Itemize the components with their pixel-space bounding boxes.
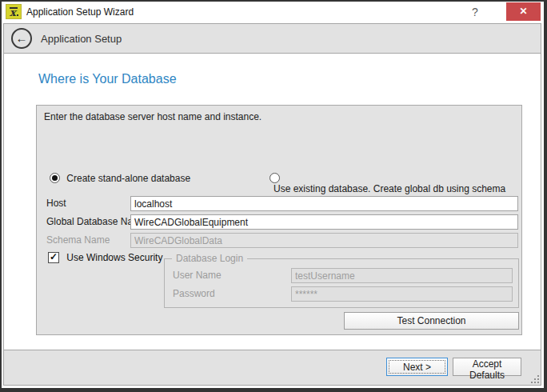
use-windows-security-checkbox[interactable]: ✓ xyxy=(48,252,59,263)
password-label: Password xyxy=(173,286,215,302)
next-button[interactable]: Next > xyxy=(386,358,448,376)
password-input xyxy=(291,286,513,302)
database-settings-panel: Enter the database server host name and … xyxy=(36,105,522,335)
user-name-input xyxy=(291,268,513,283)
host-input[interactable] xyxy=(130,196,518,211)
app-icon-dot xyxy=(17,14,18,16)
radio-create-standalone-label: Create stand-alone database xyxy=(66,173,190,184)
title-bar: x Application Setup Wizard ? ✕ xyxy=(2,2,544,23)
radio-row-standalone: Create stand-alone database xyxy=(50,172,190,184)
page-title: Where is Your Database xyxy=(38,72,177,86)
resize-grip-icon[interactable] xyxy=(530,374,539,383)
wizard-header-title: Application Setup xyxy=(41,33,122,45)
app-icon-overline xyxy=(10,7,18,9)
use-windows-security-label: Use Windows Security xyxy=(66,252,162,263)
host-label: Host xyxy=(46,196,66,211)
application-setup-wizard-window: x Application Setup Wizard ? ✕ ← Applica… xyxy=(0,0,547,392)
accept-defaults-button[interactable]: Accept Defaults xyxy=(453,358,521,376)
windows-security-row: ✓ Use Windows Security xyxy=(48,251,162,263)
instruction-text: Enter the database server host name and … xyxy=(44,111,262,122)
checkmark-icon: ✓ xyxy=(50,251,58,262)
database-login-legend: Database Login xyxy=(172,253,247,264)
back-button[interactable]: ← xyxy=(11,28,32,49)
schema-name-label: Schema Name xyxy=(46,233,110,248)
help-icon[interactable]: ? xyxy=(468,5,482,20)
footer-bar: Next > Accept Defaults xyxy=(4,350,541,385)
test-connection-button[interactable]: Test Connection xyxy=(344,312,519,330)
client-frame: ← Application Setup Where is Your Databa… xyxy=(3,23,541,386)
database-login-group: Database Login User Name Password xyxy=(164,258,519,308)
user-name-label: User Name xyxy=(173,268,222,283)
radio-row-existing: Use existing database. Create global db … xyxy=(270,172,521,184)
schema-name-input xyxy=(130,233,518,248)
window-title: Application Setup Wizard xyxy=(26,6,134,18)
wizard-header: ← Application Setup xyxy=(4,24,541,54)
radio-create-standalone[interactable] xyxy=(50,173,60,183)
close-icon[interactable]: ✕ xyxy=(506,2,541,21)
global-database-name-input[interactable] xyxy=(130,214,518,230)
app-icon: x xyxy=(6,4,22,19)
radio-use-existing[interactable] xyxy=(270,173,280,183)
